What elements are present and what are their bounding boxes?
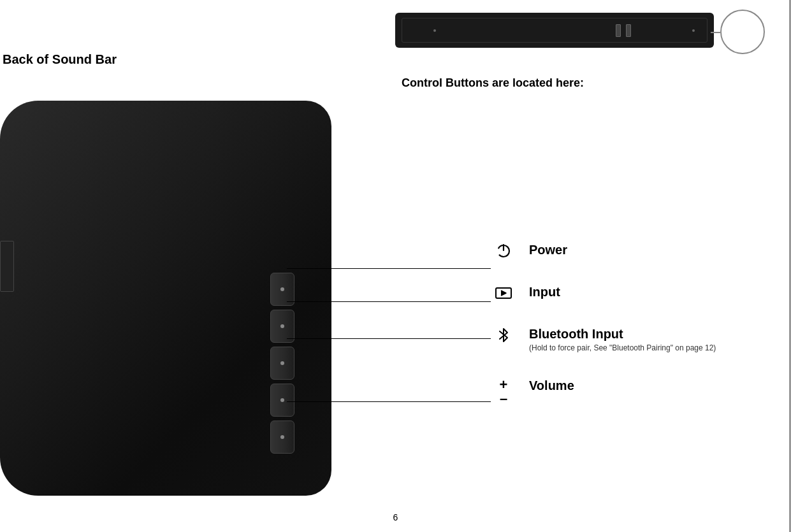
- volume-label-name: Volume: [529, 378, 733, 393]
- top-soundbar-image: [395, 6, 765, 54]
- soundbar-ports: [616, 24, 631, 37]
- control-buttons-title: Control Buttons are located here:: [402, 76, 584, 90]
- labels-section: Power Input Bluetooth Input (Hold to for…: [491, 242, 733, 406]
- port-1: [616, 24, 621, 37]
- soundbar-dot-left: [433, 29, 436, 32]
- volume-minus: –: [500, 392, 507, 406]
- label-row-volume: + – Volume: [491, 378, 733, 406]
- hw-button-volume-down: [270, 421, 294, 454]
- bluetooth-label-name: Bluetooth Input: [529, 326, 733, 341]
- input-label-name: Input: [529, 284, 733, 299]
- label-row-bluetooth: Bluetooth Input (Hold to force pair, See…: [491, 326, 733, 354]
- bluetooth-label-text: Bluetooth Input (Hold to force pair, See…: [529, 326, 733, 354]
- volume-label-text: Volume: [529, 378, 733, 393]
- circle-connector-line: [711, 32, 720, 33]
- volume-plus: +: [500, 378, 508, 392]
- input-label-text: Input: [529, 284, 733, 299]
- port-2: [626, 24, 631, 37]
- soundbar-back-body: [0, 101, 331, 496]
- bluetooth-label-sub: (Hold to force pair, See "Bluetooth Pair…: [529, 343, 733, 354]
- soundbar-dot-right: [692, 29, 695, 32]
- back-of-soundbar-title: Back of Sound Bar: [3, 52, 117, 67]
- callout-line-input: [287, 301, 491, 302]
- input-icon: [491, 284, 516, 302]
- callout-line-power: [287, 268, 491, 269]
- label-row-power: Power: [491, 242, 733, 260]
- power-icon: [491, 242, 516, 260]
- volume-icon: + –: [491, 378, 516, 406]
- callout-line-volume: [287, 401, 491, 402]
- hardware-buttons: [270, 273, 294, 454]
- left-panel: [0, 241, 14, 292]
- callout-line-bluetooth: [287, 338, 491, 339]
- page-number: 6: [393, 512, 398, 522]
- hw-button-bluetooth: [270, 347, 294, 380]
- power-label-text: Power: [529, 242, 733, 257]
- hw-button-volume-up: [270, 384, 294, 417]
- soundbar-back-image: [0, 94, 357, 502]
- circle-indicator: [720, 10, 765, 54]
- soundbar-top-view: [395, 13, 714, 48]
- label-row-input: Input: [491, 284, 733, 302]
- bluetooth-icon: [491, 326, 516, 344]
- power-label-name: Power: [529, 242, 733, 257]
